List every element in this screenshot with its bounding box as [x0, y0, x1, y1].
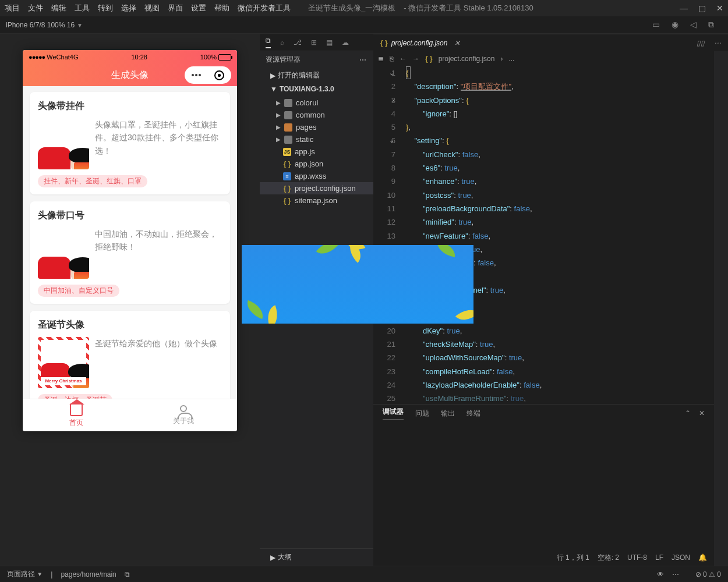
phone-icon[interactable]: ▭: [652, 20, 660, 30]
phone-frame: ●●●●● WeChat4G 10:28 100% 生成头像 头像带挂件: [23, 50, 237, 431]
split-icon[interactable]: ▯▯: [697, 39, 705, 47]
card-tags: 中国加油、自定义口号: [38, 285, 119, 297]
terminal-tab[interactable]: 终端: [467, 409, 480, 418]
bookmark-icon[interactable]: ⎘: [390, 55, 394, 63]
cursor-position[interactable]: 行 1，列 1: [557, 553, 589, 563]
forward-icon[interactable]: →: [412, 55, 419, 63]
avatar-preview: [38, 228, 89, 279]
folder-item[interactable]: ▶colorui: [260, 97, 373, 109]
eol[interactable]: LF: [655, 553, 663, 562]
folder-item[interactable]: ▶common: [260, 109, 373, 121]
nav-bar: 生成头像: [23, 64, 237, 86]
battery-icon: [218, 54, 231, 61]
breadcrumb[interactable]: project.config.json: [439, 55, 495, 63]
menu-item[interactable]: 微信开发者工具: [238, 3, 291, 13]
json-icon: { }: [425, 55, 433, 63]
bell-icon[interactable]: 🔔: [698, 553, 707, 562]
project-root[interactable]: ▼TOUXIANG-1.3.0: [260, 83, 373, 95]
tab-about[interactable]: 关于我: [130, 399, 237, 431]
menu-item[interactable]: 工具: [75, 3, 90, 13]
nav-title: 生成头像: [111, 69, 149, 81]
maximize-icon[interactable]: ▢: [698, 3, 706, 13]
card-title: 头像带挂件: [38, 100, 222, 112]
outline-section[interactable]: ▶大纲: [260, 548, 373, 566]
more-icon[interactable]: ⋯: [714, 39, 721, 47]
menu-item[interactable]: 设置: [191, 3, 206, 13]
page-content[interactable]: 头像带挂件 头像戴口罩，圣诞挂件，小红旗挂件。超过30款挂件、多个类型任你选！ …: [23, 86, 237, 399]
menu-item[interactable]: 编辑: [51, 3, 66, 13]
menu-item[interactable]: 选择: [121, 3, 136, 13]
capsule-button[interactable]: [185, 66, 231, 84]
card-item[interactable]: 头像带挂件 头像戴口罩，圣诞挂件，小红旗挂件。超过30款挂件、多个类型任你选！ …: [30, 92, 230, 194]
db-icon[interactable]: ▤: [326, 38, 333, 47]
encoding[interactable]: UTF-8: [627, 553, 647, 562]
page-path-label[interactable]: 页面路径 ▼: [7, 569, 43, 579]
collapse-icon[interactable]: ⌃: [685, 409, 691, 417]
window-subtitle: - 微信开发者工具 Stable 1.05.2108130: [404, 3, 533, 13]
close-tab-icon[interactable]: ✕: [454, 39, 460, 47]
json-icon: { }: [380, 39, 388, 47]
mute-icon[interactable]: ◁: [690, 20, 697, 30]
device-selector[interactable]: iPhone 6/7/8 100% 16▼: [6, 21, 83, 29]
ext-icon[interactable]: ⊞: [311, 38, 317, 47]
page-path[interactable]: pages/home/main: [61, 570, 116, 579]
cloud-icon[interactable]: ☁: [342, 38, 349, 47]
overlay-banner: [242, 245, 473, 324]
status-bar-bottom: 页面路径 ▼ | pages/home/main ⧉ 👁 ⋯ ⊘ 0 ⚠ 0: [0, 566, 728, 582]
menu-item[interactable]: 项目: [5, 3, 20, 13]
search-icon[interactable]: ⌕: [280, 38, 284, 47]
minimize-icon[interactable]: —: [680, 3, 688, 13]
card-desc: 圣诞节给亲爱的他（她）做个头像: [95, 337, 222, 388]
breadcrumb-extra[interactable]: ...: [508, 55, 514, 63]
bottom-panel: 调试器 问题 输出 终端 ⌃ ✕ 行 1，列 1 空格: 2 UTF-8: [373, 404, 714, 566]
menu-item[interactable]: 视图: [144, 3, 160, 13]
close-icon[interactable]: ✕: [716, 3, 723, 13]
file-item[interactable]: { }sitemap.json: [260, 194, 373, 207]
file-item-active[interactable]: { }project.config.json: [260, 182, 373, 194]
close-panel-icon[interactable]: ✕: [699, 409, 705, 417]
tab-home[interactable]: 首页: [23, 399, 130, 431]
explorer-more-icon[interactable]: ⋯: [359, 56, 367, 64]
open-editors-section[interactable]: ▶打开的编辑器: [260, 68, 373, 83]
eye-icon[interactable]: 👁: [657, 570, 664, 579]
indent-info[interactable]: 空格: 2: [598, 553, 619, 563]
card-desc: 中国加油，不动如山，拒绝聚会，拒绝野味！: [95, 228, 222, 279]
file-item[interactable]: JSapp.js: [260, 146, 373, 158]
language-mode[interactable]: JSON: [672, 553, 690, 562]
card-title: 圣诞节头像: [38, 319, 222, 331]
minimap-gutter: [714, 51, 728, 566]
status-bar: ●●●●● WeChat4G 10:28 100%: [23, 50, 237, 64]
back-icon[interactable]: ←: [400, 55, 407, 63]
menu-item[interactable]: 文件: [28, 3, 43, 13]
activity-bar: ⧉ ⌕ ⎇ ⊞ ▤ ☁: [260, 34, 373, 51]
list-icon[interactable]: ≣: [378, 55, 384, 63]
card-item[interactable]: 圣诞节头像 Merry Christmas 圣诞节给亲爱的他（她）做个头像 圣诞…: [30, 311, 230, 399]
file-item[interactable]: { }app.json: [260, 158, 373, 170]
user-icon: [180, 405, 187, 412]
problems-tab[interactable]: 问题: [415, 409, 429, 418]
cursor: [406, 66, 411, 79]
output-tab[interactable]: 输出: [441, 409, 455, 418]
record-icon[interactable]: ◉: [672, 20, 678, 30]
tab-bar: 首页 关于我: [23, 399, 237, 431]
close-ring-icon[interactable]: [214, 70, 224, 80]
more-icon[interactable]: [192, 74, 201, 76]
folder-item[interactable]: ▶static: [260, 133, 373, 146]
menu-item[interactable]: 帮助: [214, 3, 229, 13]
card-item[interactable]: 头像带口号 中国加油，不动如山，拒绝聚会，拒绝野味！ 中国加油、自定义口号: [30, 201, 230, 304]
git-icon[interactable]: ⎇: [294, 38, 302, 47]
editor-tab[interactable]: { } project.config.json ✕ ▯▯ ⋯: [373, 34, 728, 51]
file-item[interactable]: ≡app.wxss: [260, 170, 373, 182]
debugger-tab[interactable]: 调试器: [383, 407, 404, 420]
window-title: 圣诞节生成头像_一淘模板: [308, 3, 395, 13]
explorer-icon[interactable]: ⧉: [266, 37, 271, 48]
menu-item[interactable]: 转到: [98, 3, 113, 13]
more-icon[interactable]: ⋯: [672, 570, 679, 579]
menu-item[interactable]: 界面: [168, 3, 183, 13]
card-title: 头像带口号: [38, 210, 222, 222]
status-time: 10:28: [131, 54, 147, 61]
simulator-panel: ●●●●● WeChat4G 10:28 100% 生成头像 头像带挂件: [0, 34, 260, 566]
expand-icon[interactable]: ⧉: [708, 20, 714, 30]
folder-item[interactable]: ▶pages: [260, 121, 373, 133]
copy-icon[interactable]: ⧉: [125, 570, 130, 579]
